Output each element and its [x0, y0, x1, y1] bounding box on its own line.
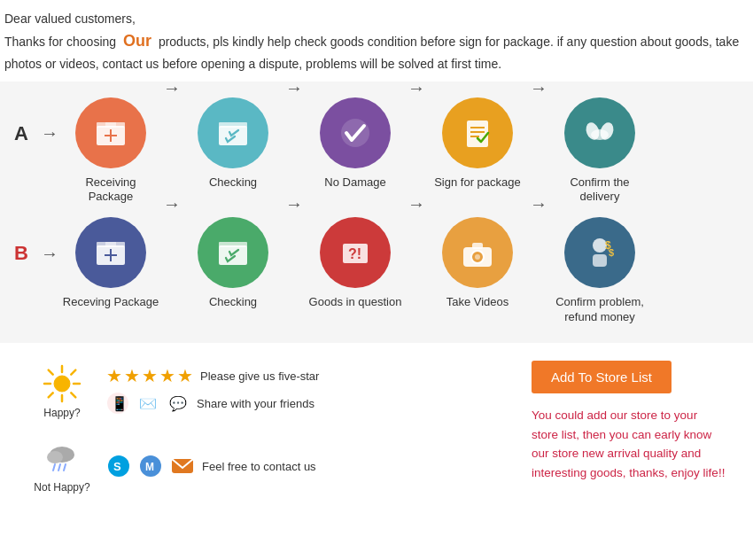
- svg-line-47: [53, 464, 55, 471]
- svg-text:$: $: [609, 247, 614, 258]
- svg-line-38: [71, 393, 75, 397]
- flow-label-b3: Goods in question: [309, 295, 402, 310]
- flow-section: A → Receiving Package →: [0, 82, 753, 344]
- flow-item-a2: Checking: [184, 97, 282, 191]
- arrow-b1: →: [163, 194, 181, 214]
- flow-label-b5: Confirm problem, refund money: [551, 295, 648, 325]
- svg-point-26: [475, 254, 480, 260]
- svg-rect-20: [219, 245, 247, 265]
- stars: ★★★★★: [106, 365, 193, 386]
- svg-rect-29: [593, 254, 607, 267]
- arrow-a2: →: [285, 78, 303, 98]
- messenger-icon: M: [138, 454, 163, 478]
- bottom-section: Happy? ★★★★★ Please give us five-star 📱: [0, 343, 753, 511]
- flow-item-b3: ?! Goods in question: [307, 217, 404, 310]
- svg-rect-6: [219, 122, 247, 128]
- icon-circle-a3: [320, 97, 391, 168]
- intro-line2: Thanks for choosing Our products, pls ki…: [4, 28, 749, 74]
- flow-row-b: B → Receving Package →: [9, 217, 744, 325]
- add-store-button[interactable]: Add To Store List: [532, 361, 671, 393]
- svg-rect-2: [105, 122, 116, 128]
- svg-rect-17: [105, 242, 116, 247]
- contact-text: Feel free to contact us: [202, 460, 316, 473]
- svg-line-49: [64, 464, 66, 471]
- email-icon: ✉️: [136, 392, 159, 415]
- intro-text: Dear valued customers, Thanks for choosi…: [0, 0, 753, 82]
- svg-text:💬: 💬: [169, 395, 187, 412]
- nothappy-row: Not Happy? S M: [27, 435, 514, 494]
- share-icons: 📱 ✉️ 💬: [106, 392, 190, 415]
- svg-rect-5: [219, 126, 247, 145]
- happy-row: Happy? ★★★★★ Please give us five-star 📱: [27, 361, 514, 419]
- icon-circle-b5: $ $: [564, 217, 635, 288]
- svg-point-46: [47, 451, 63, 463]
- icon-circle-b4: [442, 217, 513, 288]
- promo-text: You could add our store to your store li…: [532, 406, 726, 482]
- flow-item-b5: $ $ Confirm problem, refund money: [551, 217, 648, 325]
- svg-rect-27: [472, 243, 483, 249]
- flow-item-b1: Receving Package: [62, 217, 159, 310]
- flow-label-a3: No Damage: [324, 175, 385, 191]
- flow-item-b2: Checking: [184, 217, 282, 310]
- arrow-b3: →: [408, 194, 425, 214]
- flow-row-a: A → Receiving Package →: [9, 97, 744, 206]
- arrow-a-start: →: [41, 123, 58, 144]
- icon-circle-a1: [75, 97, 146, 168]
- flow-label-a1: Receiving Package: [62, 175, 159, 206]
- svg-line-48: [58, 464, 60, 471]
- flow-label-b2: Checking: [209, 295, 257, 310]
- happy-label: Happy?: [43, 407, 80, 419]
- flow-item-a4: Sign for package: [429, 97, 526, 191]
- svg-rect-21: [219, 242, 247, 247]
- flow-item-a5: Confirm the delivery: [551, 97, 648, 206]
- icon-circle-b3: ?!: [320, 217, 391, 288]
- flow-item-b4: Take Videos: [429, 217, 526, 310]
- arrow-b-start: →: [41, 244, 58, 264]
- mail-contact-icon: [170, 454, 195, 478]
- flow-label-a2: Checking: [209, 175, 257, 191]
- nothappy-status-block: Not Happy?: [27, 435, 97, 494]
- arrow-a1: →: [163, 78, 181, 98]
- icon-circle-b2: [198, 217, 268, 288]
- flow-label-b1: Receving Package: [63, 295, 159, 310]
- svg-line-39: [71, 370, 75, 375]
- svg-text:M: M: [145, 461, 154, 473]
- icon-circle-a4: [442, 97, 513, 168]
- flow-label-b4: Take Videos: [446, 295, 509, 310]
- bottom-right: Add To Store List You could add our stor…: [532, 361, 726, 494]
- flow-label-a5: Confirm the delivery: [551, 175, 648, 206]
- flow-label-a: A: [9, 122, 34, 145]
- intro-line1: Dear valued customers,: [4, 9, 749, 28]
- svg-line-37: [49, 370, 53, 375]
- sun-icon: [39, 361, 85, 407]
- icon-circle-a2: [198, 97, 268, 168]
- svg-text:S: S: [113, 460, 121, 473]
- svg-line-40: [49, 393, 53, 397]
- svg-rect-8: [467, 121, 488, 147]
- flow-label-b: B: [9, 242, 34, 265]
- arrow-a3: →: [408, 78, 425, 98]
- flow-item-a3: No Damage: [307, 97, 404, 191]
- cloud-rain-icon: [39, 435, 85, 481]
- nothappy-label: Not Happy?: [34, 481, 89, 494]
- svg-point-32: [54, 376, 70, 392]
- icon-circle-b1: [75, 217, 146, 288]
- contact-icons: S M: [106, 454, 195, 478]
- five-star-text: Please give us five-star: [200, 369, 319, 383]
- bottom-left: Happy? ★★★★★ Please give us five-star 📱: [27, 361, 514, 494]
- arrow-b2: →: [285, 194, 303, 214]
- svg-point-14: [591, 129, 609, 140]
- svg-text:📱: 📱: [111, 395, 128, 412]
- share-text: Share with your friends: [197, 397, 314, 410]
- flow-label-a4: Sign for package: [434, 175, 521, 191]
- svg-text:✉️: ✉️: [139, 395, 157, 412]
- icon-circle-a5: [564, 97, 635, 168]
- arrow-a4: →: [530, 78, 547, 98]
- happy-status-block: Happy?: [27, 361, 97, 419]
- flow-item-a1: Receiving Package: [62, 97, 159, 206]
- svg-text:?!: ?!: [348, 246, 361, 261]
- arrow-b4: →: [530, 194, 547, 214]
- phone-icon: 📱: [106, 392, 129, 415]
- skype-icon: S: [106, 454, 131, 478]
- chat-icon: 💬: [167, 392, 190, 415]
